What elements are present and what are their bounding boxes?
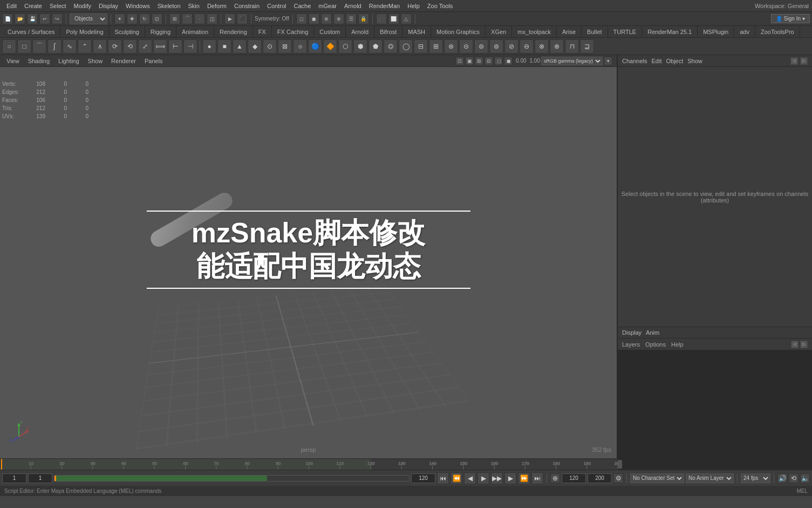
shelf-tool-11[interactable]: ⟾ <box>153 39 167 53</box>
shelf-surf-15[interactable]: ⊟ <box>414 39 428 53</box>
timeline-ruler[interactable]: 10 20 30 40 50 60 70 80 90 100 110 120 1… <box>0 459 812 470</box>
menu-edit[interactable]: Edit <box>3 2 20 10</box>
shelf-surf-4[interactable]: ◆ <box>248 39 262 53</box>
playback-end-input[interactable] <box>588 473 612 483</box>
menu-modify[interactable]: Modify <box>71 2 94 10</box>
menu-renderman[interactable]: RenderMan <box>366 2 403 10</box>
snap-point-btn[interactable]: · <box>194 13 205 24</box>
shelf-surf-20[interactable]: ⊚ <box>489 39 503 53</box>
shelf-surf-25[interactable]: ⊓ <box>565 39 579 53</box>
menu-skeleton[interactable]: Skeleton <box>154 2 184 10</box>
vp-icon-5[interactable]: ◻ <box>494 57 503 65</box>
tab-mx-toolpack[interactable]: mx_toolpack <box>512 26 557 37</box>
rotate-tool-btn[interactable]: ↻ <box>139 13 150 24</box>
menu-arnold[interactable]: Arnold <box>341 2 365 10</box>
tab-bifrost[interactable]: Bifrost <box>374 26 402 37</box>
shelf-surf-23[interactable]: ⊗ <box>535 39 549 53</box>
toolbar-undo-btn[interactable]: ↩ <box>39 13 50 24</box>
scale-tool-btn[interactable]: ⊡ <box>152 13 162 24</box>
view-tab-show[interactable]: Show <box>84 57 107 65</box>
tab-zoo-tools-pro[interactable]: ZooToolsPro <box>755 26 800 37</box>
tab-motion-graphics[interactable]: Motion Graphics <box>431 26 486 37</box>
shelf-surf-12[interactable]: ⬟ <box>369 39 383 53</box>
mode-btn-4[interactable]: ⊗ <box>333 13 344 24</box>
vol-btn[interactable]: 🔈 <box>800 473 810 483</box>
menu-help[interactable]: Help <box>404 2 423 10</box>
vp-icon-1[interactable]: ⊡ <box>455 57 464 65</box>
view-tab-shading[interactable]: Shading <box>24 57 54 65</box>
shelf-tool-10[interactable]: ⤢ <box>138 39 152 53</box>
rp-channels[interactable]: Channels <box>622 58 647 64</box>
shelf-tool-6[interactable]: ⌃ <box>78 39 92 53</box>
tab-animation[interactable]: Animation <box>176 26 214 37</box>
prev-key-btn[interactable]: ◀ <box>464 472 476 484</box>
mode-btn-3[interactable]: ⊕ <box>321 13 332 24</box>
play-to-end-btn[interactable]: ⏭ <box>531 472 543 484</box>
tab-rendering[interactable]: Rendering <box>214 26 253 37</box>
anim-layer-btn[interactable]: ⊕ <box>550 473 560 483</box>
shelf-tool-1[interactable]: ○ <box>2 39 16 53</box>
anim-icon-1[interactable]: ◁ <box>791 341 799 348</box>
next-frame-btn[interactable]: ⏩ <box>518 472 530 484</box>
vp-extra-icon[interactable]: ▾ <box>604 57 612 65</box>
ipr-btn[interactable]: ⬛ <box>237 13 248 24</box>
shelf-surf-21[interactable]: ⊘ <box>504 39 518 53</box>
rp-show[interactable]: Show <box>687 58 702 64</box>
shelf-surf-16[interactable]: ⊞ <box>429 39 443 53</box>
shelf-tool-8[interactable]: ⟳ <box>108 39 122 53</box>
tab-arnold[interactable]: Arnold <box>346 26 374 37</box>
mode-btn-1[interactable]: ◻ <box>296 13 307 24</box>
render-btn[interactable]: ▶ <box>224 13 235 24</box>
shelf-surf-2[interactable]: ■ <box>217 39 231 53</box>
viewport-canvas[interactable]: .grid-svg { transform: perspective(700px… <box>0 104 617 458</box>
shelf-tool-12[interactable]: ⊢ <box>168 39 182 53</box>
shelf-surf-26[interactable]: ⊒ <box>580 39 594 53</box>
vp-icon-6[interactable]: ◼ <box>504 57 513 65</box>
shelf-tool-3[interactable]: ⌒ <box>32 39 46 53</box>
anim-icon-2[interactable]: ▷ <box>800 341 808 348</box>
shelf-surf-11[interactable]: ⬢ <box>353 39 367 53</box>
next-key-btn[interactable]: ▶ <box>504 472 516 484</box>
view-tab-lighting[interactable]: Lighting <box>54 57 84 65</box>
sound-btn[interactable]: 🔊 <box>777 473 787 483</box>
tab-sculpting[interactable]: Sculpting <box>110 26 145 37</box>
rp-object[interactable]: Object <box>666 58 683 64</box>
shelf-surf-19[interactable]: ⊜ <box>474 39 488 53</box>
shelf-tool-2[interactable]: □ <box>17 39 31 53</box>
current-frame-input[interactable] <box>2 473 26 483</box>
shelf-tool-4[interactable]: ʃ <box>47 39 62 53</box>
vp-icon-2[interactable]: ▣ <box>465 57 474 65</box>
shelf-surf-6[interactable]: ⊠ <box>278 39 292 53</box>
vp-icon-4[interactable]: ⊟ <box>485 57 493 65</box>
shelf-tool-7[interactable]: ∧ <box>93 39 107 53</box>
menu-select[interactable]: Select <box>46 2 70 10</box>
mode-btn-5[interactable]: ☰ <box>346 13 357 24</box>
menu-cache[interactable]: Cache <box>291 2 315 10</box>
prev-frame-btn[interactable]: ⏪ <box>451 472 462 484</box>
rp-options-opt[interactable]: Options <box>645 341 666 348</box>
loop-btn[interactable]: ⟲ <box>789 473 799 483</box>
rp-edit[interactable]: Edit <box>651 58 661 64</box>
shelf-surf-17[interactable]: ⊛ <box>444 39 458 53</box>
shelf-surf-18[interactable]: ⊝ <box>459 39 473 53</box>
tab-msplugin[interactable]: MSPlugin <box>698 26 734 37</box>
menu-skin[interactable]: Skin <box>185 2 203 10</box>
tab-renderman[interactable]: RenderMan 25.1 <box>642 26 698 37</box>
tab-poly-modeling[interactable]: Poly Modeling <box>60 26 109 37</box>
menu-control[interactable]: Control <box>264 2 289 10</box>
menu-constrain[interactable]: Constrain <box>231 2 263 10</box>
shelf-surf-5[interactable]: ⊙ <box>263 39 277 53</box>
vp-icon-3[interactable]: ⊞ <box>475 57 483 65</box>
toolbar-save-btn[interactable]: 💾 <box>27 13 38 24</box>
tab-fx[interactable]: FX <box>253 26 272 37</box>
rp-display-tab[interactable]: Display <box>622 329 642 336</box>
snap-view-btn[interactable]: ◫ <box>207 13 217 24</box>
view-tab-renderer[interactable]: Renderer <box>107 57 140 65</box>
shelf-surf-24[interactable]: ⊕ <box>550 39 564 53</box>
menu-mgear[interactable]: mGear <box>315 2 340 10</box>
shelf-surf-1[interactable]: ● <box>202 39 216 53</box>
select-tool-btn[interactable]: ✦ <box>114 13 125 24</box>
tab-turtle[interactable]: TURTLE <box>608 26 643 37</box>
tab-adv[interactable]: adv <box>734 26 755 37</box>
shelf-surf-9[interactable]: 🔶 <box>323 39 337 53</box>
